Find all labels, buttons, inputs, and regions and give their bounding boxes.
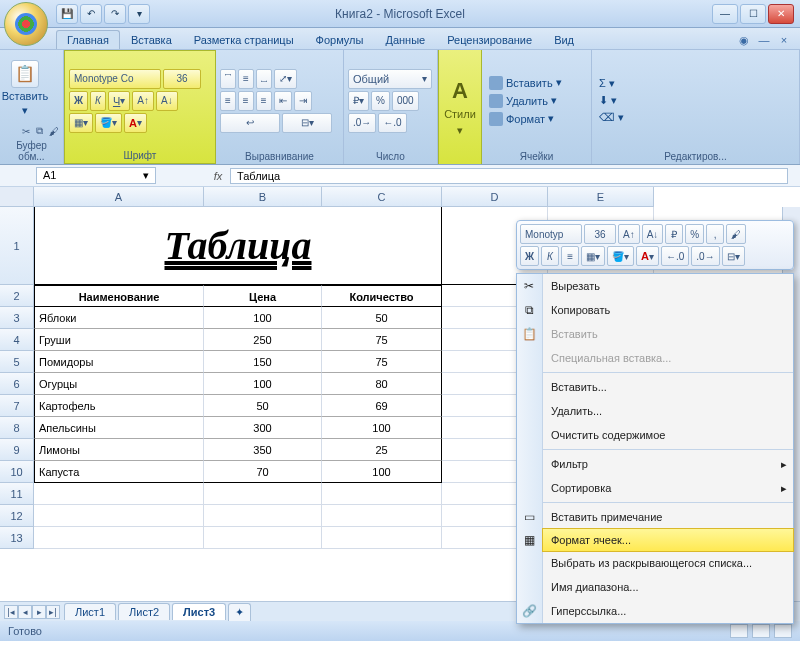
tab-data[interactable]: Данные [374,30,436,49]
ctx-item-10[interactable]: Сортировка▸ [543,476,793,500]
indent-inc[interactable]: ⇥ [294,91,312,111]
last-sheet[interactable]: ▸| [46,605,60,619]
view-pagebreak[interactable] [774,624,792,638]
col-header-c[interactable]: C [322,187,442,207]
underline-button[interactable]: Ч▾ [108,91,130,111]
ctx-item-1[interactable]: ⧉Копировать [543,298,793,322]
row-header-11[interactable]: 11 [0,483,34,505]
cell-price-5[interactable]: 300 [204,417,322,439]
number-format-combo[interactable]: Общий▾ [348,69,432,89]
fill[interactable]: ⬇ ▾ [596,93,795,108]
sheet-tab-1[interactable]: Лист1 [64,603,116,620]
mini-comma[interactable]: , [706,224,724,244]
row-header-7[interactable]: 7 [0,395,34,417]
cell-qty-6[interactable]: 25 [322,439,442,461]
row-header-13[interactable]: 13 [0,527,34,549]
cell-name-2[interactable]: Помидоры [34,351,204,373]
shrink-font-button[interactable]: A↓ [156,91,178,111]
cell-b11[interactable] [204,483,322,505]
align-left[interactable]: ≡ [220,91,236,111]
cell-a13[interactable] [34,527,204,549]
align-bottom[interactable]: ⎵ [256,69,272,89]
col-header-d[interactable]: D [442,187,548,207]
mini-fill[interactable]: 🪣▾ [607,246,634,266]
orientation[interactable]: ⤢▾ [274,69,297,89]
tab-view[interactable]: Вид [543,30,585,49]
scissors-icon[interactable]: ✂ [22,126,30,137]
cell-qty-4[interactable]: 69 [322,395,442,417]
styles-button[interactable]: A Стили ▾ [438,50,482,164]
maximize-button[interactable]: ☐ [740,4,766,24]
undo-button[interactable]: ↶ [80,4,102,24]
cell-qty-2[interactable]: 75 [322,351,442,373]
comma-button[interactable]: 000 [392,91,419,111]
row-header-9[interactable]: 9 [0,439,34,461]
italic-button[interactable]: К [90,91,106,111]
insert-cells[interactable]: Вставить ▾ [486,75,587,91]
mini-font-color[interactable]: A▾ [636,246,659,266]
paste-button[interactable]: 📋 Вставить ▾ [4,60,46,117]
cell-qty-5[interactable]: 100 [322,417,442,439]
ctx-item-9[interactable]: Фильтр▸ [543,452,793,476]
ctx-item-6[interactable]: Удалить... [543,399,793,423]
cell-name-5[interactable]: Апельсины [34,417,204,439]
ctx-item-13[interactable]: ▦Формат ячеек... [542,528,794,552]
row-header-6[interactable]: 6 [0,373,34,395]
cell-name-6[interactable]: Лимоны [34,439,204,461]
mini-percent[interactable]: % [685,224,704,244]
row-header-10[interactable]: 10 [0,461,34,483]
formula-input[interactable]: Таблица [230,168,788,184]
cell-name-7[interactable]: Капуста [34,461,204,483]
cell-qty-0[interactable]: 50 [322,307,442,329]
cell-price-1[interactable]: 250 [204,329,322,351]
tab-insert[interactable]: Вставка [120,30,183,49]
currency-button[interactable]: ₽▾ [348,91,369,111]
mini-align-center[interactable]: ≡ [561,246,579,266]
cell-title[interactable]: Таблица [34,207,442,285]
ctx-item-14[interactable]: Выбрать из раскрывающегося списка... [543,551,793,575]
mini-inc-decimal[interactable]: .0→ [691,246,719,266]
cell-price-7[interactable]: 70 [204,461,322,483]
row-header-8[interactable]: 8 [0,417,34,439]
close-button[interactable]: ✕ [768,4,794,24]
row-header-1[interactable]: 1 [0,207,34,285]
ctx-item-16[interactable]: 🔗Гиперссылка... [543,599,793,623]
first-sheet[interactable]: |◂ [4,605,18,619]
minimize-button[interactable]: — [712,4,738,24]
doc-close[interactable]: × [776,34,792,47]
font-color-button[interactable]: A▾ [124,113,147,133]
sheet-tab-3[interactable]: Лист3 [172,603,226,620]
mini-currency[interactable]: ₽ [665,224,683,244]
cell-hdr-qty[interactable]: Количество [322,285,442,307]
cell-qty-7[interactable]: 100 [322,461,442,483]
cell-c13[interactable] [322,527,442,549]
next-sheet[interactable]: ▸ [32,605,46,619]
format-cells-btn[interactable]: Формат ▾ [486,111,587,127]
cell-c12[interactable] [322,505,442,527]
mini-bold[interactable]: Ж [520,246,539,266]
sheet-tab-2[interactable]: Лист2 [118,603,170,620]
cell-price-6[interactable]: 350 [204,439,322,461]
ctx-item-15[interactable]: Имя диапазона... [543,575,793,599]
row-header-4[interactable]: 4 [0,329,34,351]
merge-center[interactable]: ⊟▾ [282,113,332,133]
cell-price-0[interactable]: 100 [204,307,322,329]
autosum[interactable]: Σ ▾ [596,76,795,91]
fx-icon[interactable]: fx [206,170,230,182]
qat-more[interactable]: ▾ [128,4,150,24]
col-header-a[interactable]: A [34,187,204,207]
tab-home[interactable]: Главная [56,30,120,49]
cell-name-1[interactable]: Груши [34,329,204,351]
help-icon[interactable]: ◉ [736,34,752,47]
ctx-item-5[interactable]: Вставить... [543,375,793,399]
cell-name-0[interactable]: Яблоки [34,307,204,329]
mini-brush[interactable]: 🖌 [726,224,746,244]
align-middle[interactable]: ≡ [238,69,254,89]
cell-hdr-price[interactable]: Цена [204,285,322,307]
col-header-b[interactable]: B [204,187,322,207]
ribbon-minimize[interactable]: — [756,34,772,47]
bold-button[interactable]: Ж [69,91,88,111]
save-button[interactable]: 💾 [56,4,78,24]
brush-icon[interactable]: 🖌 [49,126,59,137]
row-header-5[interactable]: 5 [0,351,34,373]
